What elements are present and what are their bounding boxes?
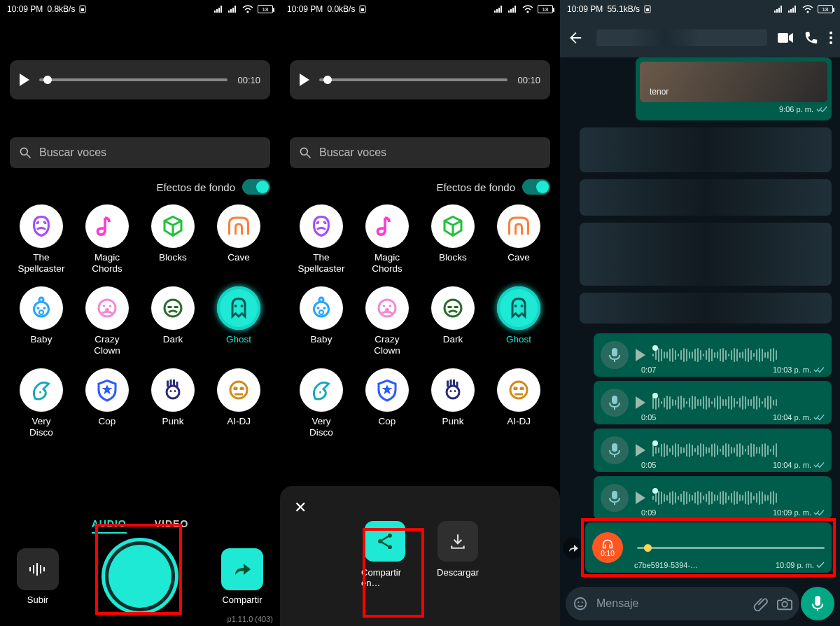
voice-clown[interactable]: CrazyClown	[74, 286, 140, 356]
svg-point-18	[167, 386, 179, 398]
mic-button[interactable]	[801, 587, 834, 620]
version-label: p1.11.0 (403)	[227, 615, 273, 623]
headphones-icon: 0:10	[592, 532, 623, 563]
search-icon	[18, 146, 32, 160]
audio-player[interactable]: 00:10	[10, 60, 270, 99]
voice-message[interactable]: 0:0510:04 p. m.	[594, 429, 832, 472]
voice-label: Dark	[443, 334, 463, 345]
waveform[interactable]	[652, 395, 825, 410]
record-button[interactable]	[108, 545, 172, 608]
audio-player[interactable]: 00:10	[290, 60, 550, 99]
waveform[interactable]	[652, 347, 825, 363]
double-check-icon	[813, 509, 825, 516]
message-input[interactable]: Mensaje	[566, 587, 799, 620]
svg-point-11	[103, 305, 106, 307]
upload-button[interactable]	[17, 548, 59, 590]
voice-baby[interactable]: Baby	[288, 286, 354, 356]
chat-body[interactable]: tenor 9:06 p. m. 0:0710:03 p. m.0:0510:0…	[560, 57, 840, 626]
audio-seek[interactable]	[637, 547, 825, 549]
share-sheet: ✕ Compartir en… Descargar	[280, 486, 560, 626]
background-effects-toggle[interactable]	[242, 179, 270, 195]
voice-label: Cave	[227, 252, 250, 263]
status-time: 10:09 PM	[7, 4, 43, 14]
attach-icon[interactable]	[753, 596, 769, 611]
voice-aidj[interactable]: AI-DJ	[206, 368, 272, 438]
voice-spellcaster[interactable]: TheSpellcaster	[288, 204, 354, 274]
seek-slider[interactable]	[319, 78, 507, 81]
svg-point-16	[241, 305, 244, 307]
voice-aidj[interactable]: AI-DJ	[486, 368, 552, 438]
wifi-icon	[522, 5, 533, 13]
svg-point-44	[514, 305, 517, 307]
forward-button[interactable]	[563, 538, 584, 559]
upload-label: Subir	[27, 594, 48, 605]
audio-file-message[interactable]: 0:10 c7be5919-5394-… 10:09 p. m.	[585, 522, 832, 573]
voice-message[interactable]: 0:0510:04 p. m.	[594, 381, 832, 424]
svg-point-48	[450, 390, 452, 392]
redacted-message	[580, 179, 832, 216]
svg-point-70	[578, 601, 579, 603]
share-in-button[interactable]	[365, 521, 405, 562]
share-button[interactable]	[221, 548, 263, 590]
emoji-icon[interactable]	[573, 596, 588, 611]
voice-spellcaster[interactable]: TheSpellcaster	[8, 204, 74, 274]
voice-cave[interactable]: Cave	[206, 204, 272, 274]
play-icon[interactable]	[636, 349, 645, 361]
battery-icon: 18	[538, 5, 553, 13]
svg-point-6	[37, 307, 40, 309]
seek-slider[interactable]	[39, 78, 227, 81]
svg-point-8	[39, 298, 43, 302]
mic-avatar-icon	[601, 436, 629, 464]
svg-rect-61	[778, 33, 788, 43]
play-icon[interactable]	[636, 444, 645, 457]
play-icon[interactable]	[20, 74, 29, 86]
play-icon[interactable]	[636, 492, 645, 504]
voice-punk[interactable]: Punk	[140, 368, 206, 438]
voice-cop[interactable]: Cop	[354, 368, 420, 438]
voice-dark[interactable]: Dark	[420, 286, 486, 356]
contact-name-redacted[interactable]	[596, 29, 767, 46]
voice-blocks[interactable]: Blocks	[140, 204, 206, 274]
voice-cop[interactable]: Cop	[74, 368, 140, 438]
play-icon[interactable]	[636, 396, 645, 409]
background-effects-toggle[interactable]	[522, 179, 550, 195]
svg-point-36	[323, 307, 326, 309]
gif-message[interactable]: tenor 9:06 p. m.	[636, 57, 832, 120]
download-button[interactable]	[438, 521, 478, 562]
waveform[interactable]	[652, 443, 825, 458]
waveform[interactable]	[652, 490, 825, 506]
voice-clown[interactable]: CrazyClown	[354, 286, 420, 356]
close-sheet-button[interactable]: ✕	[294, 499, 307, 517]
voice-magic[interactable]: MagicChords	[354, 204, 420, 274]
search-input[interactable]: Buscar voces	[10, 137, 270, 168]
voice-disco[interactable]: VeryDisco	[8, 368, 74, 438]
chat-header	[560, 18, 840, 57]
svg-point-50	[510, 382, 527, 398]
svg-rect-1	[81, 8, 84, 11]
voice-punk[interactable]: Punk	[420, 368, 486, 438]
more-icon[interactable]	[829, 31, 833, 45]
voice-label: MagicChords	[372, 252, 402, 274]
voice-message[interactable]: 0:0710:03 p. m.	[594, 333, 832, 377]
voice-dark[interactable]: Dark	[140, 286, 206, 356]
voice-ghost[interactable]: Ghost	[486, 286, 552, 356]
voice-message[interactable]: 0:0910:09 p. m.	[594, 476, 832, 520]
voice-baby[interactable]: Baby	[8, 286, 74, 356]
double-check-icon	[813, 461, 825, 468]
svg-point-69	[575, 598, 587, 610]
voice-cave[interactable]: Cave	[486, 204, 552, 274]
voice-label: Ghost	[506, 334, 531, 345]
voice-magic[interactable]: MagicChords	[74, 204, 140, 274]
voice-disco[interactable]: VeryDisco	[288, 368, 354, 438]
background-effects-row: Efectos de fondo	[290, 179, 550, 195]
video-call-icon[interactable]	[777, 32, 794, 44]
audio-filename: c7be5919-5394-…	[634, 561, 698, 569]
voice-ghost[interactable]: Ghost	[206, 286, 272, 356]
voice-label: Cop	[379, 416, 396, 427]
play-icon[interactable]	[300, 74, 309, 86]
back-icon[interactable]	[567, 30, 582, 46]
voice-blocks[interactable]: Blocks	[420, 204, 486, 274]
camera-icon[interactable]	[777, 597, 792, 611]
voice-call-icon[interactable]	[804, 30, 819, 46]
search-input[interactable]: Buscar voces	[290, 137, 550, 168]
